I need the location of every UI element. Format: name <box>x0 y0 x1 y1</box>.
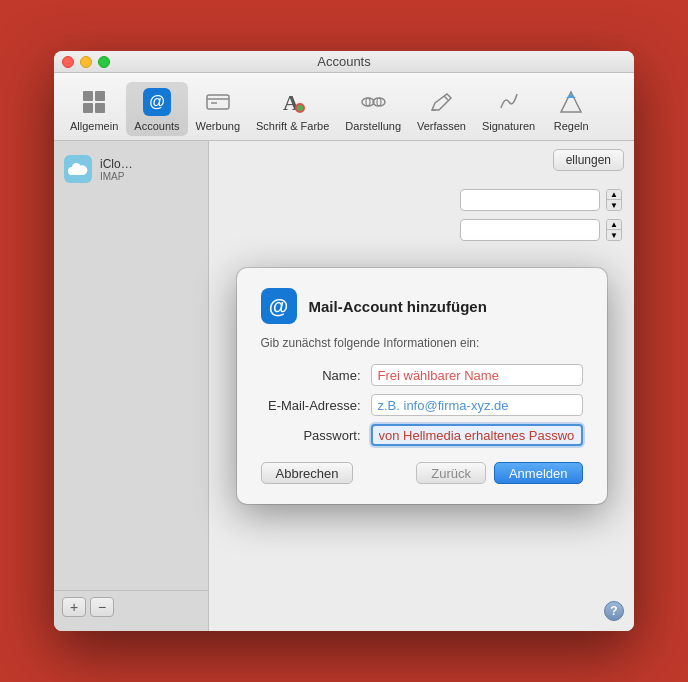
modal-buttons: Abbrechen Zurück Anmelden <box>261 462 583 484</box>
schrift-label: Schrift & Farbe <box>256 120 329 132</box>
accounts-icon: @ <box>141 86 173 118</box>
regeln-icon <box>555 86 587 118</box>
modal-subtitle: Gib zunächst folgende Informationen ein: <box>261 336 583 350</box>
accounts-label: Accounts <box>134 120 179 132</box>
sidebar-controls: + − <box>54 590 208 623</box>
modal-header: @ Mail-Account hinzufügen <box>261 288 583 324</box>
regeln-label: Regeln <box>554 120 589 132</box>
darstellung-icon <box>357 86 389 118</box>
name-label: Name: <box>261 368 371 383</box>
close-button[interactable] <box>62 56 74 68</box>
sidebar-item-sublabel: IMAP <box>100 171 133 182</box>
back-button[interactable]: Zurück <box>416 462 486 484</box>
name-input[interactable] <box>371 364 583 386</box>
name-field-row: Name: <box>261 364 583 386</box>
toolbar-item-darstellung[interactable]: Darstellung <box>337 82 409 136</box>
svg-rect-1 <box>95 91 105 101</box>
window-title: Accounts <box>317 54 370 69</box>
werbung-icon <box>202 86 234 118</box>
svg-point-12 <box>373 98 385 106</box>
password-field-row: Passwort: <box>261 424 583 446</box>
signaturen-label: Signaturen <box>482 120 535 132</box>
sidebar-item-label: iClo… <box>100 157 133 171</box>
svg-rect-3 <box>95 103 105 113</box>
svg-point-13 <box>377 98 381 106</box>
email-field-row: E-Mail-Adresse: <box>261 394 583 416</box>
toolbar-item-signaturen[interactable]: Signaturen <box>474 82 543 136</box>
modal-icon: @ <box>261 288 297 324</box>
svg-rect-4 <box>207 95 229 109</box>
signaturen-icon <box>493 86 525 118</box>
toolbar-item-werbung[interactable]: Werbung <box>188 82 248 136</box>
add-account-button[interactable]: + <box>62 597 86 617</box>
svg-point-10 <box>362 98 374 106</box>
schrift-icon: A <box>277 86 309 118</box>
cancel-button[interactable]: Abbrechen <box>261 462 354 484</box>
werbung-label: Werbung <box>196 120 240 132</box>
remove-account-button[interactable]: − <box>90 597 114 617</box>
toolbar-item-verfassen[interactable]: Verfassen <box>409 82 474 136</box>
icloud-icon <box>64 155 92 183</box>
toolbar-item-accounts[interactable]: @ Accounts <box>126 82 187 136</box>
svg-line-14 <box>444 96 448 100</box>
toolbar-item-regeln[interactable]: Regeln <box>543 82 599 136</box>
toolbar-item-schrift[interactable]: A Schrift & Farbe <box>248 82 337 136</box>
modal-title: Mail-Account hinzufügen <box>309 298 487 315</box>
password-input[interactable] <box>371 424 583 446</box>
verfassen-icon <box>425 86 457 118</box>
sidebar: iClo… IMAP + − <box>54 141 209 631</box>
svg-point-11 <box>366 98 370 106</box>
toolbar-item-allgemein[interactable]: Allgemein <box>62 82 126 136</box>
allgemein-icon <box>78 86 110 118</box>
app-window: Accounts Allgemein @ Accounts <box>54 51 634 631</box>
add-mail-account-dialog: @ Mail-Account hinzufügen Gib zunächst f… <box>237 268 607 504</box>
darstellung-label: Darstellung <box>345 120 401 132</box>
traffic-lights <box>62 56 110 68</box>
password-label: Passwort: <box>261 428 371 443</box>
toolbar: Allgemein @ Accounts Werbung A <box>54 73 634 141</box>
svg-point-9 <box>297 105 303 111</box>
sidebar-item-icloud[interactable]: iClo… IMAP <box>54 149 208 189</box>
at-icon: @ <box>269 296 289 316</box>
svg-marker-17 <box>566 94 576 98</box>
modal-overlay: @ Mail-Account hinzufügen Gib zunächst f… <box>209 141 634 631</box>
email-label: E-Mail-Adresse: <box>261 398 371 413</box>
content-area: iClo… IMAP + − ellungen ▲ ▼ <box>54 141 634 631</box>
minimize-button[interactable] <box>80 56 92 68</box>
verfassen-label: Verfassen <box>417 120 466 132</box>
sign-in-button[interactable]: Anmelden <box>494 462 583 484</box>
svg-rect-0 <box>83 91 93 101</box>
svg-rect-2 <box>83 103 93 113</box>
allgemein-label: Allgemein <box>70 120 118 132</box>
title-bar: Accounts <box>54 51 634 73</box>
main-panel: ellungen ▲ ▼ ▲ ▼ <box>209 141 634 631</box>
email-input[interactable] <box>371 394 583 416</box>
maximize-button[interactable] <box>98 56 110 68</box>
